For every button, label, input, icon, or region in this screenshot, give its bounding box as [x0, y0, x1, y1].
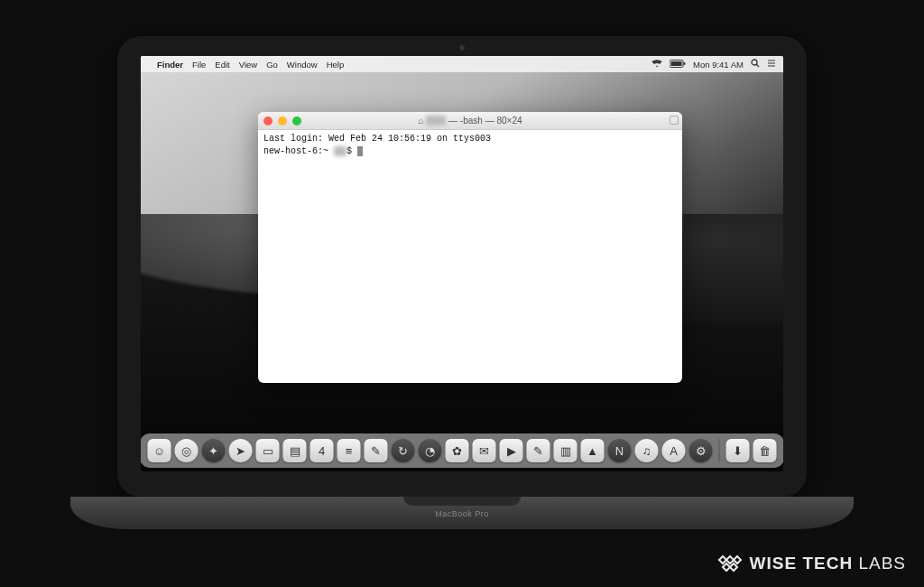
dock-finder-icon[interactable]: ☺ — [148, 439, 171, 462]
home-icon: ⌂ — [418, 116, 423, 126]
svg-line-4 — [756, 64, 759, 67]
camera-dot — [459, 45, 465, 51]
laptop-frame: Finder File Edit View Go Window Help Mon… — [117, 36, 807, 497]
dock-numbers-icon[interactable]: ▥ — [554, 439, 578, 462]
dock-keynote-icon[interactable]: ▲ — [581, 439, 605, 462]
dock-reminders-icon[interactable]: ≡ — [337, 439, 361, 462]
menu-edit[interactable]: Edit — [215, 60, 229, 70]
battery-icon[interactable] — [670, 60, 686, 70]
dock-launchpad-icon[interactable]: ✦ — [202, 439, 226, 462]
terminal-cursor — [357, 146, 363, 156]
dock-settings-icon[interactable]: ⚙ — [689, 439, 713, 462]
terminal-title-user-redacted: —— — [426, 116, 446, 126]
dock-safari-icon[interactable]: ◎ — [175, 439, 199, 462]
svg-point-3 — [752, 60, 757, 65]
terminal-prompt-symbol: $ — [346, 146, 352, 156]
window-zoom-button[interactable] — [292, 116, 301, 126]
search-icon[interactable] — [751, 59, 760, 70]
menubar-clock[interactable]: Mon 9:41 AM — [693, 60, 744, 70]
window-close-button[interactable] — [263, 116, 273, 126]
menu-help[interactable]: Help — [327, 60, 345, 70]
watermark: WISE TECH LABS — [717, 553, 906, 574]
dock-appstore-icon[interactable]: A — [662, 439, 686, 462]
dock-textedit-icon[interactable]: ✎ — [365, 439, 388, 462]
dock-separator — [719, 439, 720, 462]
menubar: Finder File Edit View Go Window Help Mon… — [141, 56, 783, 72]
dock-trash-icon[interactable]: 🗑 — [753, 439, 777, 462]
terminal-body[interactable]: Last login: Wed Feb 24 10:56:19 on ttys0… — [258, 130, 682, 383]
svg-rect-2 — [684, 62, 686, 65]
dock-news-icon[interactable]: N — [608, 439, 632, 462]
terminal-titlebar[interactable]: ⌂ —— — -bash — 80×24 — [258, 112, 682, 130]
dock-downloads-icon[interactable]: ⬇ — [726, 439, 750, 462]
dock-contacts-icon[interactable]: ▭ — [256, 439, 280, 462]
terminal-title: ⌂ —— — -bash — 80×24 — [258, 116, 682, 126]
desktop: Finder File Edit View Go Window Help Mon… — [141, 56, 783, 471]
dock-facetime-icon[interactable]: ▶ — [500, 439, 523, 462]
terminal-prompt-user-redacted: —— — [334, 146, 346, 156]
wifi-icon[interactable] — [651, 60, 662, 70]
watermark-text-2: LABS — [858, 554, 906, 573]
watermark-text-1: WISE TECH — [750, 554, 854, 573]
terminal-prompt-host: new-host-6:~ — [263, 146, 328, 156]
window-minimize-button[interactable] — [278, 116, 287, 126]
dock-notes-icon[interactable]: ▤ — [283, 439, 307, 462]
dock-itunes-icon[interactable]: ♫ — [635, 439, 659, 462]
laptop-model-label: MacBook Pro — [70, 509, 854, 518]
menubar-app[interactable]: Finder — [157, 60, 183, 70]
dock-time-machine-icon[interactable]: ↻ — [392, 439, 415, 462]
notification-center-icon[interactable] — [767, 59, 776, 70]
watermark-logo-icon — [717, 553, 743, 574]
dock-compass-icon[interactable]: ➤ — [229, 439, 253, 462]
dock-clock-icon[interactable]: ◔ — [419, 439, 442, 462]
dock-calendar-icon[interactable]: 4 — [310, 439, 334, 462]
menu-window[interactable]: Window — [287, 60, 318, 70]
dock: ☺◎✦➤▭▤4≡✎↻◔✿✉▶✎▥▲N♫A⚙⬇🗑 — [141, 433, 783, 468]
terminal-window[interactable]: ⌂ —— — -bash — 80×24 Last login: Wed Feb… — [258, 112, 682, 383]
svg-rect-1 — [671, 61, 682, 66]
terminal-last-login: Last login: Wed Feb 24 10:56:19 on ttys0… — [263, 134, 491, 144]
menu-go[interactable]: Go — [266, 60, 278, 70]
menu-file[interactable]: File — [192, 60, 206, 70]
dock-photos-icon[interactable]: ✿ — [446, 439, 469, 462]
menu-view[interactable]: View — [239, 60, 257, 70]
laptop-base: MacBook Pro — [70, 497, 854, 529]
terminal-scroll-indicator — [670, 116, 679, 125]
dock-messages-icon[interactable]: ✉ — [473, 439, 496, 462]
dock-pages-icon[interactable]: ✎ — [527, 439, 550, 462]
